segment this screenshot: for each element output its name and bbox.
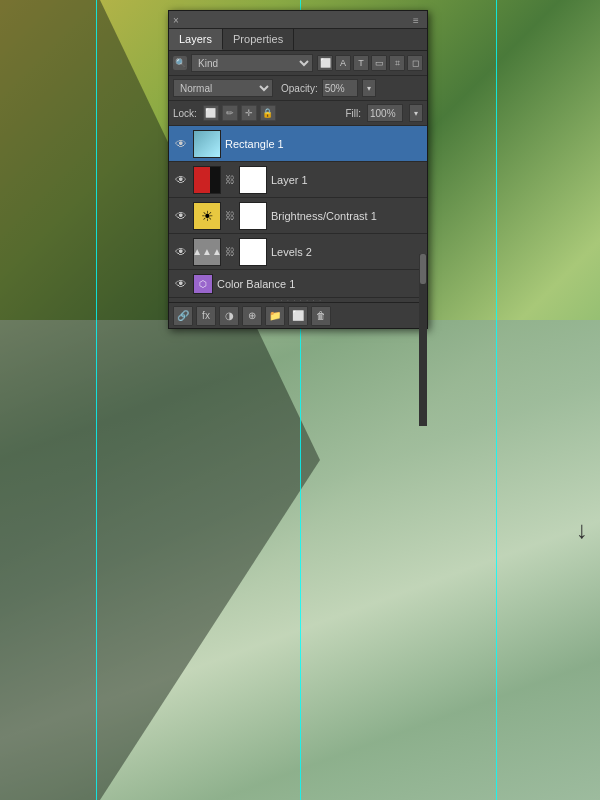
layer-name-levels: Levels 2 [271,246,423,258]
layer-thumb-rect-preview [194,131,220,157]
opacity-input[interactable] [322,79,358,97]
layer-link-icon-bc: ⛓ [225,210,235,221]
layer-thumb-black-part [210,167,220,193]
filter-shape-icon[interactable]: ▭ [371,55,387,71]
expand-icon[interactable]: ≡ [413,15,423,25]
filter-type-icon[interactable]: T [353,55,369,71]
layer-mask-thumb-levels [239,238,267,266]
layer-thumbnail-rectangle1 [193,130,221,158]
scroll-down-arrow: ↓ [572,500,592,560]
fill-label: Fill: [345,108,361,119]
lock-icons-group: ⬜ ✏ ✛ 🔒 [203,105,276,121]
filter-smart-icon[interactable]: ⌗ [389,55,405,71]
lock-pixels-icon[interactable]: ⬜ [203,105,219,121]
layer-item-levels2[interactable]: 👁 ▲▲▲ ⛓ Levels 2 [169,234,427,270]
layer-item-rectangle1[interactable]: 👁 Rectangle 1 [169,126,427,162]
layer-name-layer1: Layer 1 [271,174,423,186]
panel-tabs: Layers Properties [169,29,427,51]
guide-line-3 [496,0,497,800]
filter-toggle-icon[interactable]: ◻ [407,55,423,71]
lock-all-icon[interactable]: 🔒 [260,105,276,121]
blend-mode-select[interactable]: Normal [173,79,273,97]
layer-thumbnail-layer1 [193,166,221,194]
layer-effects-button[interactable]: fx [196,306,216,326]
delete-layer-button[interactable]: 🗑 [311,306,331,326]
filter-type-icons: ⬜ A T ▭ ⌗ ◻ [317,55,423,71]
levels-icon: ▲▲▲ [193,246,221,257]
fill-input[interactable] [367,104,403,122]
filter-pixel-icon[interactable]: ⬜ [317,55,333,71]
layer-item-brightness-contrast[interactable]: 👁 ☀ ⛓ Brightness/Contrast 1 [169,198,427,234]
layer-link-icon-layer1: ⛓ [225,174,235,185]
layers-scrollbar-thumb[interactable] [420,254,426,284]
layer-thumb-bc: ☀ [193,202,221,230]
layer-item-color-balance[interactable]: 👁 ⬡ Color Balance 1 [169,270,427,298]
blend-opacity-row: Normal Opacity: ▾ [169,76,427,101]
layers-list: 👁 Rectangle 1 👁 ⛓ Layer 1 [169,126,427,298]
layer-visibility-eye-layer1[interactable]: 👁 [173,172,189,188]
filter-adjust-icon[interactable]: A [335,55,351,71]
brightness-sun-icon: ☀ [201,208,214,224]
layer-mask-thumb-layer1 [239,166,267,194]
filter-search-icon: 🔍 [173,56,187,70]
layer-thumb-levels: ▲▲▲ [193,238,221,266]
scroll-indicator: ↓ [572,500,592,560]
layers-list-container: 👁 Rectangle 1 👁 ⛓ Layer 1 [169,126,427,298]
lock-move-icon[interactable]: ✛ [241,105,257,121]
layer-link-icon-levels: ⛓ [225,246,235,257]
new-adjustment-button[interactable]: ⊕ [242,306,262,326]
opacity-label: Opacity: [281,83,318,94]
new-group-button[interactable]: 📁 [265,306,285,326]
new-layer-button[interactable]: ⬜ [288,306,308,326]
link-layers-button[interactable]: 🔗 [173,306,193,326]
layer-thumb-layer1-preview [194,167,220,193]
layer-item-layer1[interactable]: 👁 ⛓ Layer 1 [169,162,427,198]
layer-name-cb: Color Balance 1 [217,278,423,290]
tab-properties[interactable]: Properties [223,29,294,50]
layer-visibility-eye-cb[interactable]: 👁 [173,276,189,292]
lock-paint-icon[interactable]: ✏ [222,105,238,121]
add-mask-button[interactable]: ◑ [219,306,239,326]
fill-arrow[interactable]: ▾ [409,104,423,122]
layers-panel: × ≡ Layers Properties 🔍 Kind ⬜ A T ▭ ⌗ ◻… [168,10,428,329]
layer-visibility-eye-bc[interactable]: 👁 [173,208,189,224]
panel-titlebar: × ≡ [169,11,427,29]
color-balance-icon: ⬡ [199,279,207,289]
lock-row: Lock: ⬜ ✏ ✛ 🔒 Fill: ▾ [169,101,427,126]
layer-mask-thumb-bc [239,202,267,230]
layers-scrollbar[interactable] [419,254,427,426]
guide-line-1 [96,0,97,800]
layer-thumb-red-part [194,167,210,193]
layer-thumb-cb: ⬡ [193,274,213,294]
lock-label: Lock: [173,108,197,119]
close-icon[interactable]: × [173,15,183,25]
title-icons: ≡ [413,15,423,25]
layer-visibility-eye-levels[interactable]: 👁 [173,244,189,260]
filter-row: 🔍 Kind ⬜ A T ▭ ⌗ ◻ [169,51,427,76]
tab-layers[interactable]: Layers [169,29,223,50]
layer-name-rectangle1: Rectangle 1 [225,138,423,150]
panel-toolbar: 🔗 fx ◑ ⊕ 📁 ⬜ 🗑 [169,302,427,328]
filter-kind-select[interactable]: Kind [191,54,313,72]
opacity-arrow[interactable]: ▾ [362,79,376,97]
layer-visibility-eye[interactable]: 👁 [173,136,189,152]
layer-name-bc: Brightness/Contrast 1 [271,210,423,222]
